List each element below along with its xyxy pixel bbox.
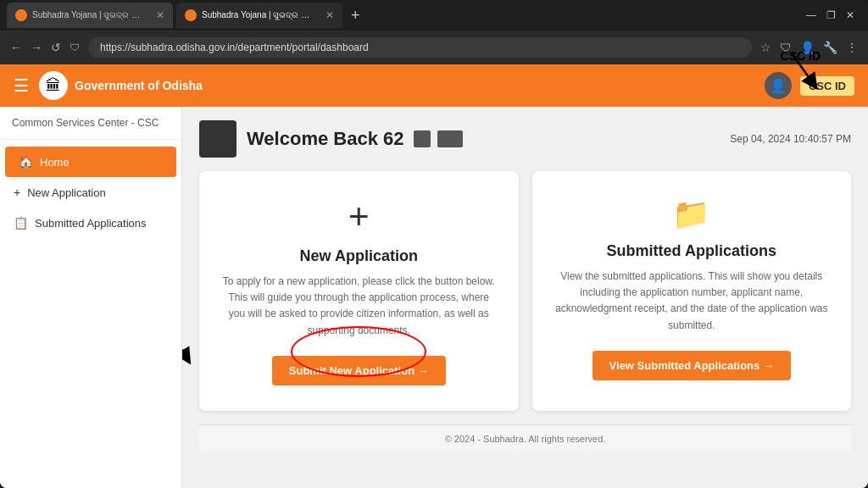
- close-button[interactable]: ✕: [846, 9, 854, 21]
- submitted-applications-desc: View the submitted applications. This wi…: [553, 269, 832, 334]
- top-navigation: ☰ 🏛 Government of Odisha 👤 CSC ID CSC ID: [0, 64, 868, 107]
- hamburger-icon[interactable]: ☰: [14, 75, 29, 96]
- clipboard-icon: 📋: [14, 216, 28, 230]
- csc-id-arrow-label: CSC ID: [781, 49, 821, 63]
- address-bar: ← → ↺ 🛡 ☆ 🛡 👤 🔧 ⋮: [0, 30, 868, 64]
- new-application-card: + New Application To apply for a new app…: [199, 171, 519, 411]
- redacted-square-2: [437, 130, 463, 147]
- welcome-header: Welcome Back 62 Sep 04, 2024 10:40:57 PM: [199, 120, 851, 158]
- submitted-applications-title: Submitted Applications: [607, 242, 776, 260]
- sidebar-home-label: Home: [40, 156, 70, 169]
- plus-icon: +: [14, 186, 20, 199]
- sidebar: Common Services Center - CSC 🏠 Home + Ne…: [0, 107, 182, 488]
- submitted-applications-icon: 📁: [672, 197, 710, 232]
- welcome-left: Welcome Back 62: [199, 120, 463, 158]
- submit-new-application-button[interactable]: Submit New Application →: [272, 356, 446, 385]
- footer: © 2024 - Subhadra. All rights reserved.: [199, 424, 851, 452]
- view-submitted-applications-button[interactable]: View Submitted Applications →: [593, 351, 791, 380]
- extensions-icon[interactable]: 🔧: [823, 41, 837, 54]
- sidebar-navigation: 🏠 Home + New Application 📋 Submitted App…: [0, 140, 181, 245]
- tab-favicon-1: [15, 9, 27, 21]
- star-icon[interactable]: ☆: [760, 41, 771, 54]
- back-button[interactable]: ←: [10, 41, 22, 54]
- gov-emblem: 🏛: [39, 71, 68, 100]
- footer-text: © 2024 - Subhadra. All rights reserved.: [445, 434, 606, 444]
- refresh-button[interactable]: ↺: [51, 41, 61, 54]
- sidebar-item-submitted-applications[interactable]: 📋 Submitted Applications: [0, 208, 181, 238]
- top-nav-right: 👤 CSC ID: [765, 72, 854, 99]
- tab-favicon-2: [185, 9, 197, 21]
- tab-label-2: Subhadra Yojana | ସୁଭଦ୍ର ଯୋଜନା: [202, 10, 320, 20]
- new-application-title: New Application: [300, 247, 418, 265]
- content-area: Welcome Back 62 Sep 04, 2024 10:40:57 PM…: [182, 107, 868, 488]
- gov-name: Government of Odisha: [75, 79, 203, 92]
- submitted-applications-card: 📁 Submitted Applications View the submit…: [532, 171, 852, 411]
- tab-close-2[interactable]: ✕: [326, 9, 334, 21]
- browser-tab-2[interactable]: Subhadra Yojana | ସୁଭଦ୍ର ଯୋଜନା ✕: [176, 3, 342, 28]
- user-avatar-large: [199, 120, 236, 158]
- tab-close-1[interactable]: ✕: [156, 9, 164, 21]
- new-application-icon: +: [348, 197, 370, 237]
- sidebar-item-new-application[interactable]: + New Application: [0, 177, 181, 208]
- redacted-square-1: [414, 130, 431, 147]
- user-avatar-icon[interactable]: 👤: [765, 72, 792, 99]
- sidebar-header: Common Services Center - CSC: [0, 107, 181, 140]
- minimize-button[interactable]: —: [806, 9, 816, 21]
- tab-label-1: Subhadra Yojana | ସୁଭଦ୍ର ଯୋଜନା: [32, 10, 151, 20]
- home-icon: 🏠: [19, 155, 33, 169]
- gov-logo: 🏛 Government of Odisha: [39, 71, 203, 100]
- url-input[interactable]: [88, 37, 752, 58]
- menu-icon[interactable]: ⋮: [846, 41, 858, 54]
- browser-tab-1[interactable]: Subhadra Yojana | ସୁଭଦ୍ର ଯୋଜନା ✕: [7, 3, 173, 28]
- maximize-button[interactable]: ❐: [826, 9, 836, 21]
- cards-container: + New Application To apply for a new app…: [199, 171, 851, 411]
- new-application-desc: To apply for a new application, please c…: [220, 274, 498, 339]
- browser-window-controls: — ❐ ✕: [806, 9, 861, 21]
- browser-tabs: Subhadra Yojana | ସୁଭଦ୍ର ଯୋଜନା ✕ Subhadr…: [0, 0, 868, 30]
- app-container: ☰ 🏛 Government of Odisha 👤 CSC ID CSC ID: [0, 64, 868, 488]
- new-tab-button[interactable]: +: [346, 7, 365, 25]
- svg-line-3: [182, 214, 186, 358]
- main-body: Common Services Center - CSC 🏠 Home + Ne…: [0, 107, 868, 488]
- sidebar-new-app-label: New Application: [27, 186, 106, 199]
- welcome-text: Welcome Back 62: [247, 128, 403, 150]
- datetime-display: Sep 04, 2024 10:40:57 PM: [730, 133, 851, 145]
- sidebar-submitted-label: Submitted Applications: [35, 217, 147, 230]
- shield-icon: 🛡: [70, 42, 80, 53]
- user-name-redacted: [414, 130, 463, 147]
- sidebar-item-home[interactable]: 🏠 Home: [5, 147, 176, 177]
- csc-id-badge: CSC ID: [800, 76, 854, 96]
- browser-chrome: Subhadra Yojana | ସୁଭଦ୍ର ଯୋଜନା ✕ Subhadr…: [0, 0, 868, 64]
- forward-button[interactable]: →: [31, 41, 42, 54]
